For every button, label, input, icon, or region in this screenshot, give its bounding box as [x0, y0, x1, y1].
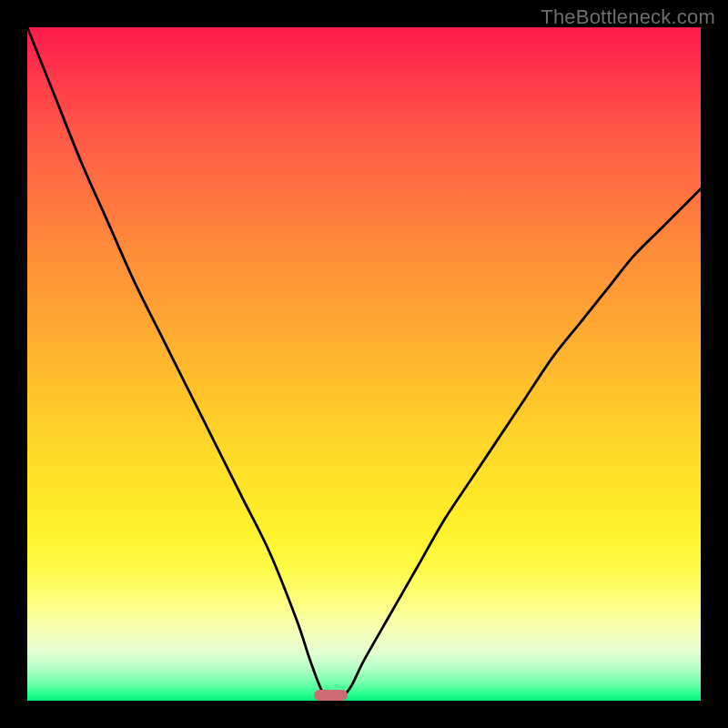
bottleneck-curve [27, 27, 701, 701]
curve-svg [27, 27, 701, 701]
chart-frame: TheBottleneck.com [0, 0, 728, 728]
optimal-marker [314, 690, 348, 701]
watermark-text: TheBottleneck.com [541, 5, 715, 29]
plot-area [27, 27, 701, 701]
